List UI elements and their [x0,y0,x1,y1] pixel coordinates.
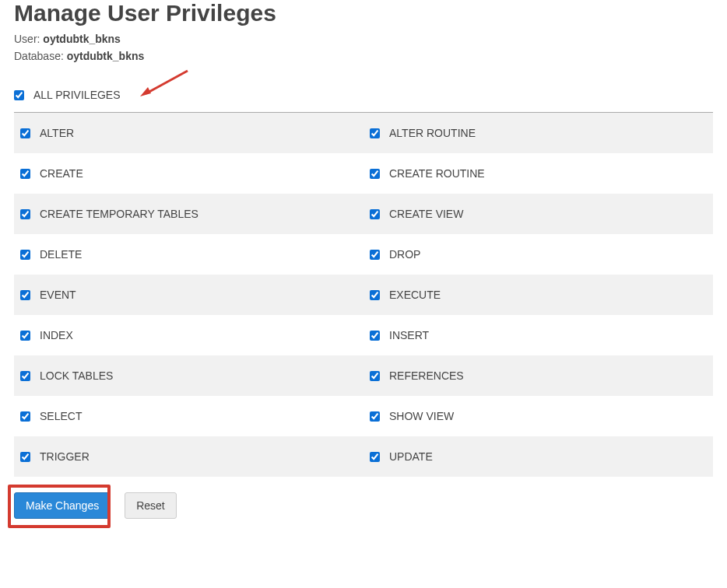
privilege-checkbox-references[interactable] [370,371,380,381]
table-row: LOCK TABLES REFERENCES [14,355,713,396]
database-value: oytdubtk_bkns [67,50,145,62]
privilege-label: DROP [389,248,420,261]
table-row: CREATE TEMPORARY TABLES CREATE VIEW [14,194,713,234]
privilege-label: CREATE VIEW [389,208,463,220]
privilege-label: ALTER [40,127,74,139]
privilege-cell-create-view: CREATE VIEW [364,194,713,234]
privilege-label: REFERENCES [389,369,464,382]
privilege-checkbox-show-view[interactable] [370,411,380,422]
privilege-cell-alter-routine: ALTER ROUTINE [364,113,713,153]
privilege-cell-create-routine: CREATE ROUTINE [364,153,713,194]
privilege-checkbox-alter-routine[interactable] [370,128,380,138]
privilege-label: EVENT [40,289,76,301]
user-value: oytdubtk_bkns [43,33,121,45]
make-changes-button[interactable]: Make Changes [14,492,111,519]
privilege-cell-update: UPDATE [364,436,713,477]
privilege-cell-select: SELECT [14,396,364,436]
privilege-label: TRIGGER [40,450,90,463]
privilege-cell-show-view: SHOW VIEW [364,396,713,436]
privilege-checkbox-drop[interactable] [370,250,380,260]
all-privileges-row: ALL PRIVILEGES [14,84,713,113]
all-privileges-checkbox[interactable] [14,90,24,100]
privilege-cell-delete: DELETE [14,234,364,275]
privilege-cell-execute: EXECUTE [364,275,713,315]
privilege-checkbox-create-temp-tables[interactable] [20,209,30,219]
privilege-label: CREATE [40,167,83,180]
all-privileges-label: ALL PRIVILEGES [33,89,121,101]
privilege-checkbox-lock-tables[interactable] [20,371,30,381]
table-row: EVENT EXECUTE [14,275,713,315]
privilege-label: LOCK TABLES [40,369,113,382]
privilege-cell-trigger: TRIGGER [14,436,364,477]
table-row: DELETE DROP [14,234,713,275]
privilege-label: SELECT [40,410,82,422]
privilege-checkbox-create[interactable] [20,169,30,179]
table-row: TRIGGER UPDATE [14,436,713,477]
svg-line-0 [146,71,188,93]
table-row: INDEX INSERT [14,315,713,355]
privilege-label: EXECUTE [389,289,441,301]
reset-button[interactable]: Reset [125,492,177,519]
privilege-label: ALTER ROUTINE [389,127,476,139]
privilege-cell-index: INDEX [14,315,364,355]
user-info: User: oytdubtk_bkns [14,33,713,45]
privilege-checkbox-execute[interactable] [370,290,380,300]
privilege-checkbox-insert[interactable] [370,331,380,341]
table-row: ALTER ALTER ROUTINE [14,113,713,153]
annotation-arrow-icon [137,67,191,98]
database-label: Database: [14,50,67,62]
privilege-checkbox-index[interactable] [20,331,30,341]
privilege-label: SHOW VIEW [389,410,454,422]
privilege-checkbox-delete[interactable] [20,250,30,260]
privilege-checkbox-select[interactable] [20,411,30,422]
table-row: CREATE CREATE ROUTINE [14,153,713,194]
privilege-cell-drop: DROP [364,234,713,275]
privilege-cell-create: CREATE [14,153,364,194]
svg-marker-1 [140,87,151,96]
user-label: User: [14,33,43,45]
privilege-checkbox-update[interactable] [370,452,380,462]
page-title: Manage User Privileges [14,0,713,26]
privilege-label: UPDATE [389,450,433,463]
privilege-cell-insert: INSERT [364,315,713,355]
privilege-label: CREATE ROUTINE [389,167,485,180]
privileges-table: ALTER ALTER ROUTINE CREATE CREATE ROUTIN… [14,113,713,477]
privilege-cell-references: REFERENCES [364,355,713,396]
privilege-checkbox-alter[interactable] [20,128,30,138]
privilege-label: CREATE TEMPORARY TABLES [40,208,198,220]
table-row: SELECT SHOW VIEW [14,396,713,436]
privilege-checkbox-create-routine[interactable] [370,169,380,179]
privilege-label: DELETE [40,248,82,261]
privilege-label: INDEX [40,329,73,341]
privilege-checkbox-trigger[interactable] [20,452,30,462]
privilege-checkbox-create-view[interactable] [370,209,380,219]
privilege-cell-lock-tables: LOCK TABLES [14,355,364,396]
database-info: Database: oytdubtk_bkns [14,50,713,62]
privilege-cell-alter: ALTER [14,113,364,153]
privilege-label: INSERT [389,329,429,341]
privilege-cell-event: EVENT [14,275,364,315]
privilege-checkbox-event[interactable] [20,290,30,300]
button-row: Make Changes Reset [14,492,713,519]
privilege-cell-create-temp-tables: CREATE TEMPORARY TABLES [14,194,364,234]
